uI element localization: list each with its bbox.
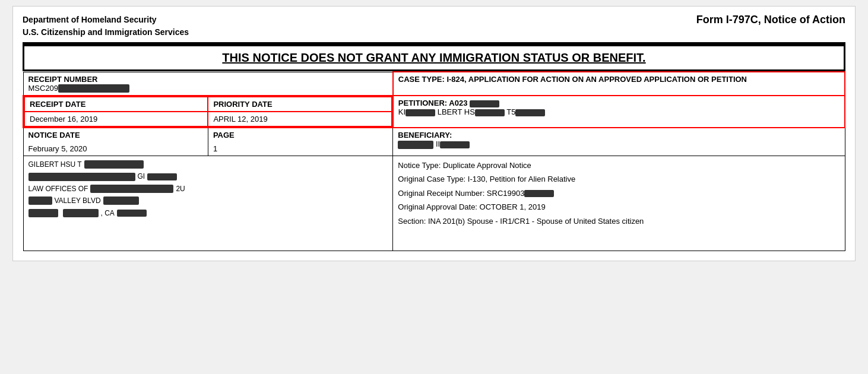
addr3-redacted bbox=[90, 185, 173, 193]
addr5-r2 bbox=[63, 209, 99, 217]
receipt-date-value-cell: December 16, 2019 bbox=[24, 112, 208, 126]
agency-line1: Department of Homeland Security bbox=[23, 14, 189, 26]
document: Department of Homeland Security U.S. Cit… bbox=[12, 6, 856, 261]
address-line4: VALLEY BLVD bbox=[28, 195, 388, 207]
petitioner-cell: PETITIONER: A023 KI LBERT HS T5 bbox=[393, 96, 845, 128]
address-line3: LAW OFFICES OF 2U bbox=[28, 183, 388, 195]
petitioner-name: KI LBERT HS T5 bbox=[398, 107, 840, 116]
notice-page-inner: NOTICE DATE PAGE February 5, 2020 1 bbox=[24, 128, 393, 156]
address-cell: GILBERT HSU T GI LAW OFFICES OF 2U VALLE… bbox=[23, 156, 393, 251]
receipt-date-label-cell: RECEIPT DATE bbox=[24, 97, 208, 112]
petitioner-id-redacted bbox=[470, 100, 499, 107]
receipt-date-label: RECEIPT DATE bbox=[30, 100, 202, 109]
case-type-cell: CASE TYPE: I-824, APPLICATION FOR ACTION… bbox=[393, 72, 845, 96]
receipt-number-cell: RECEIPT NUMBER MSC209 bbox=[23, 72, 393, 96]
dates-cell: RECEIPT DATE PRIORITY DATE December 16, … bbox=[23, 96, 393, 128]
page-label-cell: PAGE bbox=[208, 128, 392, 142]
receipt-number-value: MSC209 bbox=[28, 84, 388, 93]
priority-date-label: PRIORITY DATE bbox=[213, 100, 386, 109]
addr2-r2 bbox=[147, 173, 177, 180]
row-address-rightinfo: GILBERT HSU T GI LAW OFFICES OF 2U VALLE… bbox=[23, 156, 845, 251]
address-line1: GILBERT HSU T bbox=[28, 159, 388, 170]
notice-date-label-cell: NOTICE DATE bbox=[24, 128, 208, 142]
dates-labels-row: RECEIPT DATE PRIORITY DATE bbox=[24, 97, 392, 112]
notice-page-cell: NOTICE DATE PAGE February 5, 2020 1 bbox=[23, 128, 393, 156]
petitioner-name-redacted3 bbox=[515, 109, 545, 116]
address-line5: , CA bbox=[28, 207, 388, 219]
petitioner-label: PETITIONER: A023 bbox=[398, 99, 840, 107]
beneficiary-cell: BENEFICIARY: II bbox=[393, 128, 845, 156]
notice-banner: THIS NOTICE DOES NOT GRANT ANY IMMIGRATI… bbox=[23, 45, 845, 71]
original-approval-line: Original Approval Date: OCTOBER 1, 2019 bbox=[398, 200, 840, 214]
page-value-cell: 1 bbox=[208, 142, 392, 156]
address-block: GILBERT HSU T GI LAW OFFICES OF 2U VALLE… bbox=[28, 159, 388, 219]
receipt-number-label: RECEIPT NUMBER bbox=[28, 75, 388, 84]
original-receipt-line: Original Receipt Number: SRC19903 bbox=[398, 186, 840, 200]
beneficiary-label: BENEFICIARY: bbox=[398, 131, 840, 140]
address-line2: GI bbox=[28, 170, 388, 182]
document-header: Department of Homeland Security U.S. Cit… bbox=[23, 14, 845, 39]
case-type-value: CASE TYPE: I-824, APPLICATION FOR ACTION… bbox=[398, 75, 840, 84]
priority-date-label-cell: PRIORITY DATE bbox=[208, 97, 391, 112]
beneficiary-value: II bbox=[398, 140, 840, 149]
notice-date-value-cell: February 5, 2020 bbox=[24, 142, 208, 156]
addr5-r1 bbox=[28, 209, 58, 217]
notice-date-label: NOTICE DATE bbox=[28, 131, 203, 140]
row-notice-beneficiary: NOTICE DATE PAGE February 5, 2020 1 bbox=[23, 128, 845, 156]
row-receipt-casetype: RECEIPT NUMBER MSC209 CASE TYPE: I-824, … bbox=[23, 72, 845, 96]
notice-type-line: Notice Type: Duplicate Approval Notice bbox=[398, 159, 840, 172]
original-case-line: Original Case Type: I-130, Petition for … bbox=[398, 172, 840, 186]
addr4-r1 bbox=[28, 196, 52, 205]
petitioner-name-redacted1 bbox=[406, 109, 435, 116]
petitioner-name-redacted2 bbox=[475, 109, 505, 116]
info-table: RECEIPT NUMBER MSC209 CASE TYPE: I-824, … bbox=[23, 71, 845, 251]
form-title: Form I-797C, Notice of Action bbox=[696, 14, 845, 26]
page-label: PAGE bbox=[213, 131, 388, 140]
agency-info: Department of Homeland Security U.S. Cit… bbox=[23, 14, 189, 39]
dates-values-row: December 16, 2019 APRIL 12, 2019 bbox=[24, 112, 392, 126]
address-name-redacted bbox=[84, 160, 144, 169]
priority-date-value-cell: APRIL 12, 2019 bbox=[208, 112, 391, 126]
beneficiary-redacted2 bbox=[440, 141, 470, 148]
orig-receipt-redacted bbox=[524, 190, 554, 197]
addr4-r2 bbox=[103, 196, 139, 205]
address-line2-redacted bbox=[28, 173, 135, 181]
right-info-block: Notice Type: Duplicate Approval Notice O… bbox=[398, 159, 840, 228]
receipt-date-value: December 16, 2019 bbox=[30, 115, 202, 123]
row-dates-petitioner: RECEIPT DATE PRIORITY DATE December 16, … bbox=[23, 96, 845, 128]
notice-date-value: February 5, 2020 bbox=[28, 144, 203, 153]
addr5-r3 bbox=[117, 210, 147, 217]
right-info-cell: Notice Type: Duplicate Approval Notice O… bbox=[393, 156, 845, 251]
page-value: 1 bbox=[213, 144, 388, 153]
priority-date-value: APRIL 12, 2019 bbox=[213, 115, 386, 123]
beneficiary-redacted1 bbox=[398, 141, 433, 149]
section-line: Section: INA 201(b) Spouse - IR1/CR1 - S… bbox=[398, 214, 840, 228]
agency-line2: U.S. Citizenship and Immigration Service… bbox=[23, 26, 189, 39]
notice-page-values: February 5, 2020 1 bbox=[24, 142, 393, 156]
dates-inner-table: RECEIPT DATE PRIORITY DATE December 16, … bbox=[24, 96, 392, 127]
receipt-number-redacted bbox=[58, 84, 129, 93]
notice-page-labels: NOTICE DATE PAGE bbox=[24, 128, 393, 142]
